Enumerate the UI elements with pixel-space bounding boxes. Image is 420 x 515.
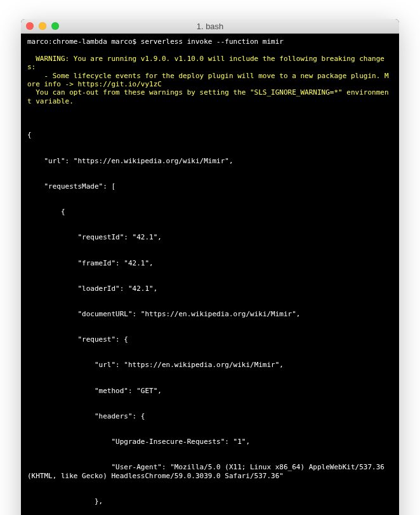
terminal-window: 1. bash marco:chrome-lambda marco$ serve… <box>21 19 399 515</box>
json-line: { <box>27 208 393 216</box>
json-line: "frameId": "42.1", <box>27 259 393 267</box>
terminal-body[interactable]: marco:chrome-lambda marco$ serverless in… <box>21 34 399 515</box>
json-line: { <box>27 131 393 139</box>
json-line: "url": "https://en.wikipedia.org/wiki/Mi… <box>27 361 393 369</box>
json-line: "requestId": "42.1", <box>27 233 393 241</box>
prompt-line: marco:chrome-lambda marco$ serverless in… <box>27 37 393 46</box>
json-line: "User-Agent": "Mozilla/5.0 (X11; Linux x… <box>27 463 393 480</box>
json-line: "documentURL": "https://en.wikipedia.org… <box>27 310 393 318</box>
minimize-icon[interactable] <box>39 22 46 30</box>
json-line: }, <box>27 497 393 505</box>
json-line: "Upgrade-Insecure-Requests": "1", <box>27 438 393 446</box>
json-line: "method": "GET", <box>27 387 393 395</box>
titlebar[interactable]: 1. bash <box>21 19 399 34</box>
json-line: "request": { <box>27 335 393 344</box>
close-icon[interactable] <box>26 22 34 30</box>
warning-line: You can opt-out from these warnings by s… <box>27 88 393 105</box>
json-line: "requestsMade": [ <box>27 182 393 191</box>
maximize-icon[interactable] <box>51 22 59 30</box>
traffic-lights <box>26 22 59 30</box>
blank-line <box>27 46 393 54</box>
warning-line: - Some lifecycle events for the deploy p… <box>27 72 393 89</box>
window-title: 1. bash <box>21 22 399 31</box>
json-line: "url": "https://en.wikipedia.org/wiki/Mi… <box>27 157 393 165</box>
warning-line: WARNING: You are running v1.9.0. v1.10.0… <box>27 55 393 72</box>
json-line: "headers": { <box>27 412 393 420</box>
json-output: { "url": "https://en.wikipedia.org/wiki/… <box>27 114 393 515</box>
blank-line <box>27 105 393 114</box>
json-line: "loaderId": "42.1", <box>27 284 393 293</box>
